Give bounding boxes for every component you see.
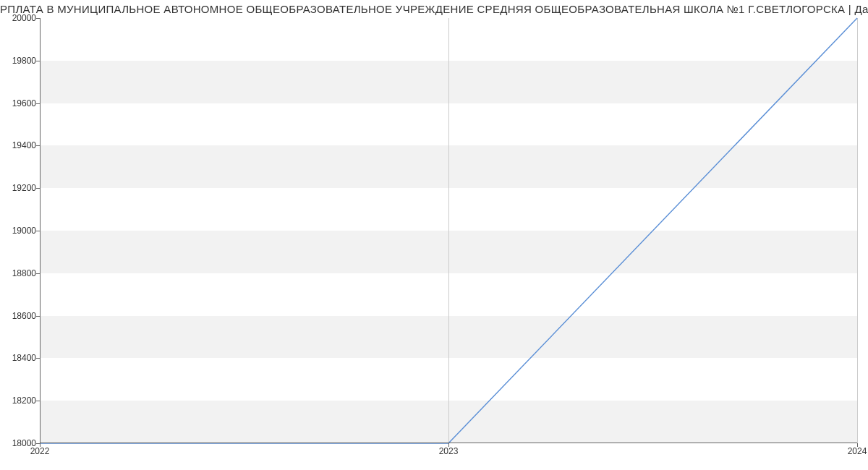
y-tick (36, 103, 40, 104)
y-tick (36, 231, 40, 231)
y-tick-label: 19000 (1, 226, 36, 236)
y-tick (36, 18, 40, 19)
y-tick-label: 18400 (1, 353, 36, 363)
y-tick-label: 19800 (1, 56, 36, 66)
x-tick-label: 2024 (848, 446, 867, 456)
plot-area (40, 18, 857, 443)
y-tick (36, 145, 40, 146)
y-axis (40, 18, 41, 443)
y-tick-label: 18600 (1, 311, 36, 321)
y-tick (36, 316, 40, 317)
y-tick-label: 18800 (1, 268, 36, 278)
y-tick (36, 358, 40, 359)
y-tick (36, 188, 40, 189)
y-tick-label: 19600 (1, 98, 36, 108)
y-tick (36, 61, 40, 61)
x-gridline (857, 18, 858, 443)
x-tick-label: 2023 (439, 446, 459, 456)
y-tick (36, 273, 40, 274)
y-tick-label: 18200 (1, 396, 36, 406)
y-tick-label: 20000 (1, 13, 36, 23)
y-tick-label: 19400 (1, 140, 36, 150)
data-line (40, 18, 857, 443)
y-tick-label: 19200 (1, 183, 36, 193)
x-tick-label: 2022 (30, 446, 50, 456)
line-layer (40, 18, 857, 443)
y-tick (36, 401, 40, 401)
chart-title: РПЛАТА В МУНИЦИПАЛЬНОЕ АВТОНОМНОЕ ОБЩЕОБ… (0, 3, 868, 15)
